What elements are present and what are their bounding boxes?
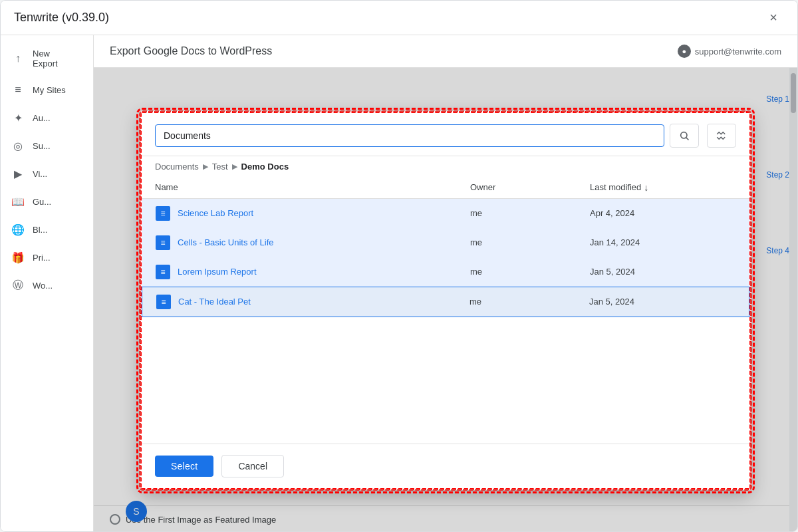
auto-icon: ✦ [11,111,25,124]
file-list-header: Name Owner Last modified ↓ [142,177,749,199]
file-row[interactable]: Cat - The Ideal Pet me Jan 5, 2024 [142,287,749,317]
sidebar-item-label: My Sites [33,85,66,95]
book-icon: 📖 [11,195,25,208]
cancel-button[interactable]: Cancel [221,455,284,477]
file-row[interactable]: Cells - Basic Units of Life me Jan 14, 2… [142,228,749,257]
file-name-cell: Lorem Ipsum Report [155,264,470,280]
search-input[interactable] [155,124,664,147]
sidebar-item-support[interactable]: ◎ Su... [1,132,88,159]
sidebar-item-label: Wo... [33,281,53,291]
globe-icon: 🌐 [11,223,25,236]
file-row[interactable]: Science Lab Report me Apr 4, 2024 [142,199,749,228]
column-last-modified[interactable]: Last modified ↓ [590,182,736,193]
picker-footer: Select Cancel [142,444,749,488]
sidebar-item-new-export[interactable]: ↑ New Export [1,42,88,75]
file-name: Cat - The Ideal Pet [178,297,251,307]
view-toggle-button[interactable] [707,124,736,148]
search-icon [679,130,690,141]
wordpress-icon: Ⓦ [11,279,25,292]
breadcrumb: Documents ▶ Test ▶ Demo Docs [142,156,749,177]
select-button[interactable]: Select [155,456,213,477]
file-owner: me [470,267,590,277]
menu-icon: ≡ [11,83,25,96]
content-header: Export Google Docs to WordPress ● suppor… [94,35,797,68]
modal-overlay: Documents ▶ Test ▶ Demo Docs Name [94,68,797,532]
title-bar: Tenwrite (v0.39.0) × [1,1,797,35]
doc-icon [156,294,172,310]
user-info: ● support@tenwrite.com [678,45,781,58]
sidebar-item-wordpress[interactable]: Ⓦ Wo... [1,272,88,299]
picker-top [142,113,749,156]
inner-wrapper: Step 1 Step 2 Step 4 [94,68,797,532]
svg-line-1 [686,138,688,140]
sidebar-item-label: Gu... [33,197,51,207]
sidebar-item-auto[interactable]: ✦ Au... [1,104,88,131]
file-owner: me [470,237,590,247]
file-row[interactable]: Lorem Ipsum Report me Jan 5, 2024 [142,257,749,287]
file-owner: me [469,297,589,307]
file-name: Cells - Basic Units of Life [178,237,274,247]
file-owner: me [470,208,590,218]
file-list: Science Lab Report me Apr 4, 2024 [142,199,749,444]
file-picker-dialog: Documents ▶ Test ▶ Demo Docs Name [140,111,751,490]
file-name-cell: Cat - The Ideal Pet [156,294,469,310]
user-email: support@tenwrite.com [695,47,781,57]
app-window: Tenwrite (v0.39.0) × ↑ New Export ≡ My S… [0,0,798,532]
column-name[interactable]: Name [155,182,470,193]
gift-icon: 🎁 [11,251,25,264]
doc-icon [155,264,171,280]
support-icon: ◎ [11,139,25,152]
sidebar: ↑ New Export ≡ My Sites ✦ Au... ◎ Su... … [1,35,94,532]
close-button[interactable]: × [763,7,784,29]
sidebar-item-label: Su... [33,141,51,151]
file-date: Jan 5, 2024 [589,297,735,307]
file-date: Jan 5, 2024 [590,267,736,277]
column-owner[interactable]: Owner [470,182,590,193]
breadcrumb-arrow-1: ▶ [203,162,208,171]
sidebar-item-label: Pri... [33,253,51,263]
video-icon: ▶ [11,167,25,180]
file-name: Science Lab Report [178,208,253,218]
file-date: Apr 4, 2024 [590,208,736,218]
sidebar-item-my-sites[interactable]: ≡ My Sites [1,76,88,103]
sidebar-item-blog[interactable]: 🌐 Bl... [1,216,88,243]
sidebar-item-label: Vi... [33,169,47,179]
view-icon [716,130,728,142]
content-area: Export Google Docs to WordPress ● suppor… [94,35,797,532]
search-button[interactable] [670,124,699,148]
breadcrumb-arrow-2: ▶ [232,162,237,171]
sidebar-item-guide[interactable]: 📖 Gu... [1,188,88,215]
sidebar-item-pricing[interactable]: 🎁 Pri... [1,244,88,271]
account-icon: ● [678,45,691,58]
page-title: Export Google Docs to WordPress [110,45,272,57]
window-title: Tenwrite (v0.39.0) [14,11,109,25]
sidebar-item-label: Bl... [33,225,47,235]
file-name: Lorem Ipsum Report [178,267,257,277]
breadcrumb-current: Demo Docs [241,162,289,172]
sidebar-item-label: Au... [33,113,51,123]
breadcrumb-middle[interactable]: Test [212,162,228,172]
doc-icon [155,205,171,221]
upload-icon: ↑ [11,52,25,65]
main-layout: ↑ New Export ≡ My Sites ✦ Au... ◎ Su... … [1,35,797,532]
sidebar-item-video[interactable]: ▶ Vi... [1,160,88,187]
search-container [155,124,699,148]
sidebar-item-label: New Export [33,49,77,68]
file-name-cell: Science Lab Report [155,205,470,221]
sort-arrow-icon: ↓ [644,182,648,193]
file-name-cell: Cells - Basic Units of Life [155,235,470,251]
breadcrumb-root[interactable]: Documents [155,162,199,172]
doc-icon [155,235,171,251]
file-date: Jan 14, 2024 [590,237,736,247]
